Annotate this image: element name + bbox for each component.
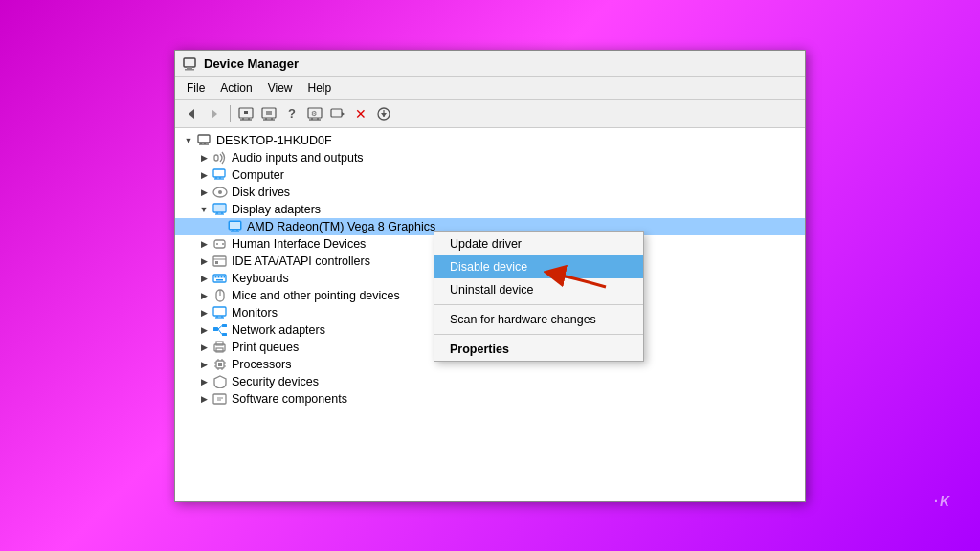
- arrow-indicator: [544, 258, 601, 287]
- svg-marker-4: [212, 109, 217, 119]
- computer-label: Computer: [232, 168, 284, 182]
- window-title: Device Manager: [204, 56, 299, 71]
- tree-audio[interactable]: ▶ Audio inputs and outputs: [175, 149, 805, 166]
- svg-rect-57: [224, 276, 226, 277]
- keyboard-label: Keyboards: [232, 272, 289, 285]
- monitors-label: Monitors: [232, 306, 278, 320]
- svg-rect-50: [213, 256, 226, 266]
- ctx-uninstall[interactable]: Uninstall device: [434, 278, 643, 301]
- mice-icon: [212, 288, 229, 303]
- tree-display[interactable]: ▼ Display adapters: [175, 201, 805, 218]
- chevron-network: ▶: [196, 325, 212, 335]
- ide-icon: [212, 253, 229, 269]
- toolbar-btn-6[interactable]: ⚙: [304, 103, 325, 124]
- chevron-print: ▶: [196, 342, 212, 352]
- root-icon: [196, 133, 213, 148]
- tree-software[interactable]: ▶ Software components: [175, 390, 805, 408]
- toolbar-sep-1: [230, 105, 231, 122]
- mice-label: Mice and other pointing devices: [232, 289, 400, 302]
- svg-point-36: [218, 190, 222, 194]
- keyboard-icon: [212, 271, 229, 286]
- software-label: Software components: [232, 392, 347, 406]
- processor-label: Processors: [232, 358, 292, 371]
- amd-label: AMD Radeon(TM) Vega 8 Graphics: [247, 220, 435, 233]
- svg-rect-65: [213, 327, 218, 331]
- svg-rect-30: [214, 155, 218, 161]
- chevron-display: ▼: [196, 205, 212, 214]
- hid-icon: [212, 236, 229, 252]
- back-button[interactable]: [181, 103, 202, 124]
- chevron-software: ▶: [196, 394, 212, 404]
- toolbar-btn-3[interactable]: [235, 103, 256, 124]
- watermark: ·K: [934, 492, 951, 522]
- display-label: Display adapters: [232, 203, 321, 216]
- toolbar: ? ⚙ ✕: [175, 100, 805, 128]
- ctx-scan[interactable]: Scan for hardware changes: [434, 308, 643, 331]
- amd-icon: [227, 219, 244, 234]
- ctx-update[interactable]: Update driver: [434, 232, 643, 255]
- software-icon: [212, 391, 229, 407]
- disk-label: Disk drives: [232, 186, 290, 199]
- menu-bar: File Action View Help: [175, 77, 805, 100]
- svg-rect-2: [185, 69, 194, 71]
- svg-rect-0: [184, 58, 195, 67]
- title-bar: Device Manager: [175, 51, 805, 77]
- watermark-text: K: [940, 494, 949, 509]
- audio-label: Audio inputs and outputs: [232, 151, 364, 165]
- svg-marker-22: [342, 112, 345, 116]
- chevron-hid: ▶: [196, 239, 212, 249]
- svg-rect-43: [230, 222, 240, 229]
- chevron-ide: ▶: [196, 256, 212, 266]
- svg-rect-9: [244, 111, 248, 114]
- toolbar-btn-7[interactable]: [327, 103, 348, 124]
- hid-label: Human Interface Devices: [232, 237, 366, 251]
- menu-file[interactable]: File: [179, 78, 212, 98]
- svg-point-48: [216, 243, 218, 245]
- svg-rect-56: [221, 276, 223, 277]
- help-button[interactable]: ?: [281, 103, 302, 124]
- svg-rect-58: [216, 279, 223, 281]
- menu-action[interactable]: Action: [212, 78, 259, 98]
- processor-icon: [212, 357, 229, 372]
- svg-rect-83: [213, 394, 226, 404]
- svg-rect-1: [187, 67, 192, 69]
- chevron-keyboard: ▶: [196, 274, 212, 283]
- disk-icon: [212, 185, 229, 200]
- chevron-processor: ▶: [196, 360, 212, 369]
- chevron-root: ▼: [181, 136, 196, 145]
- chevron-computer: ▶: [196, 170, 212, 180]
- menu-help[interactable]: Help: [301, 78, 340, 98]
- svg-rect-26: [198, 135, 210, 143]
- forward-button[interactable]: [204, 103, 225, 124]
- tree-root[interactable]: ▼ DESKTOP-1HKUD0F: [175, 132, 805, 149]
- toolbar-btn-error[interactable]: ✕: [350, 103, 371, 124]
- chevron-mice: ▶: [196, 291, 212, 300]
- tree-computer[interactable]: ▶ Computer: [175, 166, 805, 184]
- main-content: ▼ DESKTOP-1HKUD0F ▶ Audio inputs and out…: [175, 128, 805, 501]
- computer-icon: [212, 167, 229, 183]
- device-tree: ▼ DESKTOP-1HKUD0F ▶ Audio inputs and out…: [175, 128, 805, 501]
- svg-rect-54: [215, 276, 217, 277]
- ctx-disable[interactable]: Disable device: [434, 255, 643, 278]
- svg-rect-66: [222, 324, 227, 327]
- menu-view[interactable]: View: [260, 78, 301, 98]
- security-icon: [212, 374, 229, 389]
- toolbar-btn-4[interactable]: [258, 103, 279, 124]
- svg-rect-61: [213, 307, 226, 316]
- ctx-properties[interactable]: Properties: [434, 338, 643, 361]
- svg-rect-53: [213, 275, 226, 282]
- print-icon: [212, 340, 229, 355]
- svg-text:⚙: ⚙: [311, 110, 317, 117]
- svg-line-69: [218, 329, 222, 335]
- ctx-sep-2: [434, 334, 643, 335]
- chevron-audio: ▶: [196, 153, 212, 163]
- window-icon: [183, 56, 198, 72]
- print-label: Print queues: [232, 341, 299, 354]
- tree-disk[interactable]: ▶ Disk drives: [175, 184, 805, 201]
- toolbar-btn-download[interactable]: [373, 103, 394, 124]
- tree-security[interactable]: ▶ Security devices: [175, 373, 805, 390]
- monitors-icon: [212, 305, 229, 320]
- svg-line-68: [218, 325, 222, 329]
- svg-rect-52: [215, 261, 218, 264]
- chevron-disk: ▶: [196, 187, 212, 197]
